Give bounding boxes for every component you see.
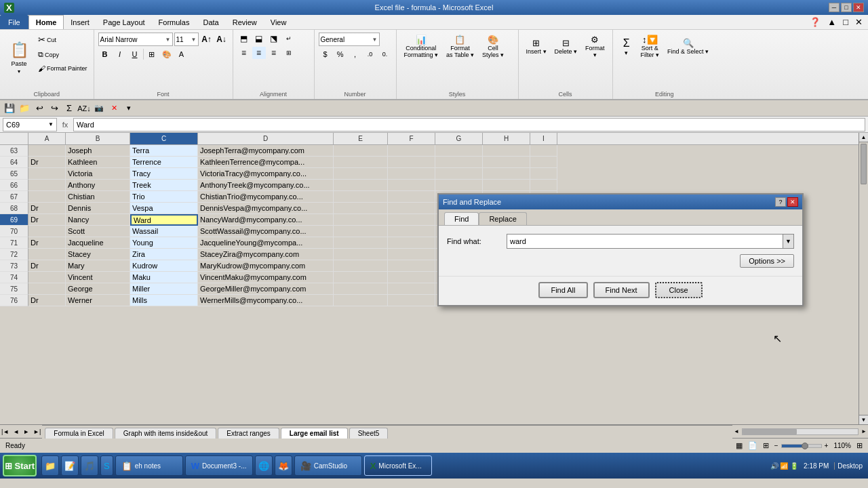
sheet-tab[interactable]: Extract ranges bbox=[218, 428, 279, 439]
dialog-title-bar[interactable]: Find and Replace ? ✕ bbox=[439, 195, 802, 209]
qa-extra-button[interactable]: ▾ bbox=[122, 102, 136, 115]
minimize-button[interactable]: ─ bbox=[829, 3, 840, 12]
cell-h[interactable] bbox=[483, 145, 530, 157]
comma-button[interactable]: , bbox=[349, 48, 362, 60]
italic-button[interactable]: I bbox=[113, 48, 127, 60]
col-header-e[interactable]: E bbox=[334, 133, 388, 144]
cell-d[interactable]: DennisVespa@mycompany.co... bbox=[198, 203, 334, 214]
cell-b[interactable]: George bbox=[66, 283, 130, 295]
cell-d[interactable]: JacquelineYoung@mycompa... bbox=[198, 237, 334, 249]
cell-e[interactable] bbox=[334, 260, 388, 272]
cell-b[interactable]: Jacqueline bbox=[66, 237, 130, 249]
help-icon[interactable]: ❓ bbox=[807, 17, 823, 27]
cell-e[interactable] bbox=[334, 237, 388, 249]
find-next-button[interactable]: Find Next bbox=[593, 282, 650, 298]
last-sheet-button[interactable]: ►| bbox=[32, 428, 42, 435]
sheet-tab[interactable]: Graph with items inside&out bbox=[115, 428, 217, 439]
taskbar-camstudio[interactable]: 🎥 CamStudio bbox=[294, 455, 362, 476]
col-header-d[interactable]: D bbox=[198, 133, 334, 144]
font-size-dropdown[interactable]: 11 ▼ bbox=[174, 33, 199, 46]
qa-save-button[interactable]: 💾 bbox=[3, 102, 16, 115]
merge-button[interactable]: ⊞ bbox=[282, 47, 296, 59]
zoom-handle[interactable] bbox=[802, 443, 808, 449]
cell-d[interactable]: JosephTerra@mycompany.com bbox=[198, 145, 334, 157]
cell-a[interactable]: Dr bbox=[28, 295, 66, 306]
scroll-right-button[interactable]: ► bbox=[860, 428, 868, 434]
cell-g[interactable] bbox=[435, 168, 483, 180]
taskbar-notepad[interactable]: 📝 bbox=[61, 455, 79, 476]
page-break-button[interactable]: ⊞ bbox=[763, 441, 769, 450]
prev-sheet-button[interactable]: ◄ bbox=[12, 428, 20, 435]
percent-button[interactable]: % bbox=[334, 48, 347, 60]
cell-styles-button[interactable]: 🎨 Cell Styles ▾ bbox=[479, 33, 507, 60]
zoom-in-icon[interactable]: + bbox=[825, 442, 829, 449]
cell-d[interactable]: KathleenTerrence@mycompa... bbox=[198, 157, 334, 168]
qa-redo-button[interactable]: ↪ bbox=[47, 102, 61, 115]
cell-c[interactable]: Maku bbox=[130, 272, 198, 283]
cell-b[interactable]: Dennis bbox=[66, 203, 130, 214]
cell-d[interactable]: NancyWard@mycompany.co... bbox=[198, 214, 334, 226]
tab-data[interactable]: Data bbox=[196, 15, 225, 29]
find-all-button[interactable]: Find All bbox=[538, 282, 587, 298]
align-top-center-button[interactable]: ⬓ bbox=[252, 33, 266, 45]
scroll-up-button[interactable]: ▲ bbox=[859, 133, 868, 142]
cell-a[interactable]: Dr bbox=[28, 203, 66, 214]
cell-b[interactable]: Victoria bbox=[66, 168, 130, 180]
cell-c[interactable]: Vespa bbox=[130, 203, 198, 214]
scroll-down-button[interactable]: ▼ bbox=[859, 415, 868, 424]
options-button[interactable]: Options >> bbox=[740, 254, 794, 268]
cell-b[interactable]: Scott bbox=[66, 226, 130, 237]
cell-e[interactable] bbox=[334, 283, 388, 295]
font-color-button[interactable]: A bbox=[175, 48, 189, 60]
taskbar-firefox[interactable]: 🦊 bbox=[275, 455, 292, 476]
underline-button[interactable]: U bbox=[128, 48, 142, 60]
cell-f[interactable] bbox=[388, 295, 435, 306]
cell-i[interactable] bbox=[530, 168, 557, 180]
align-center-button[interactable]: ≡ bbox=[252, 47, 266, 59]
zoom-out-icon[interactable]: − bbox=[774, 442, 778, 449]
close-button[interactable]: Close bbox=[655, 282, 703, 298]
cell-f[interactable] bbox=[388, 237, 435, 249]
desktop-button[interactable]: Desktop bbox=[834, 462, 863, 470]
cell-b[interactable]: Nancy bbox=[66, 214, 130, 226]
cell-f[interactable] bbox=[388, 203, 435, 214]
decrease-decimal-button[interactable]: 0. bbox=[378, 48, 392, 60]
qa-sum-button[interactable]: Σ bbox=[62, 102, 76, 115]
cell-d[interactable]: ScottWassail@mycompany.co... bbox=[198, 226, 334, 237]
start-button[interactable]: ⊞ Start bbox=[3, 455, 37, 476]
cell-d[interactable]: GeorgeMiller@mycompany.com bbox=[198, 283, 334, 295]
cell-c[interactable]: Trio bbox=[130, 191, 198, 203]
cell-f[interactable] bbox=[388, 214, 435, 226]
cell-g[interactable] bbox=[435, 180, 483, 191]
insert-button[interactable]: ⊞ Insert ▾ bbox=[523, 36, 550, 57]
cell-a[interactable] bbox=[28, 145, 66, 157]
cell-f[interactable] bbox=[388, 145, 435, 157]
cell-f[interactable] bbox=[388, 180, 435, 191]
cell-e[interactable] bbox=[334, 203, 388, 214]
cell-a[interactable] bbox=[28, 272, 66, 283]
cell-h[interactable] bbox=[483, 157, 530, 168]
cell-d[interactable]: VincentMaku@mycompany.com bbox=[198, 272, 334, 283]
format-painter-button[interactable]: 🖌Format Painter bbox=[36, 62, 90, 75]
cell-f[interactable] bbox=[388, 283, 435, 295]
col-header-a[interactable]: A bbox=[28, 133, 66, 144]
taskbar-media[interactable]: 🎵 bbox=[81, 455, 98, 476]
cell-d[interactable]: ChistianTrio@mycompany.co... bbox=[198, 191, 334, 203]
cell-e[interactable] bbox=[334, 168, 388, 180]
delete-button[interactable]: ⊟ Delete ▾ bbox=[551, 36, 581, 57]
cell-d[interactable]: AnthonyTreek@mycompany.co... bbox=[198, 180, 334, 191]
dialog-close-x-button[interactable]: ✕ bbox=[787, 197, 798, 207]
currency-button[interactable]: $ bbox=[319, 48, 332, 60]
qa-folder-button[interactable]: 📁 bbox=[18, 102, 31, 115]
cell-c[interactable]: Tracy bbox=[130, 168, 198, 180]
dialog-help-button[interactable]: ? bbox=[775, 197, 786, 207]
format-as-table-button[interactable]: 📋 Format as Table ▾ bbox=[443, 33, 477, 60]
sort-filter-button[interactable]: ↕🔽 Sort & Filter ▾ bbox=[637, 33, 663, 60]
align-left-button[interactable]: ≡ bbox=[237, 47, 251, 59]
cell-f[interactable] bbox=[388, 249, 435, 260]
sheet-tab[interactable]: Sheet5 bbox=[349, 428, 389, 439]
cell-b[interactable]: Joseph bbox=[66, 145, 130, 157]
cell-a[interactable] bbox=[28, 226, 66, 237]
cell-a[interactable]: Dr bbox=[28, 157, 66, 168]
cell-e[interactable] bbox=[334, 214, 388, 226]
